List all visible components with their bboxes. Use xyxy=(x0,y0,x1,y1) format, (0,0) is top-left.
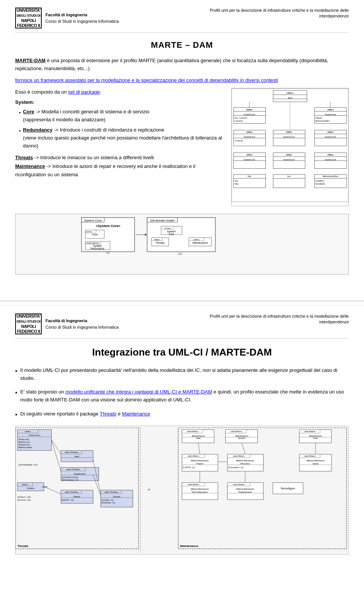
svg-text:value: value xyxy=(42,486,48,488)
svg-text:«dam»: «dam» xyxy=(246,131,253,133)
core-desc2: (rappresenta il modello da analizzare) xyxy=(23,117,106,122)
svg-text:«dam»: «dam» xyxy=(246,108,253,111)
page2-header-left: UNIVERSITA'DEGLI STUDI DINAPOLIFEDERICO … xyxy=(15,313,119,334)
svg-text:[1] Origin: <(1): [1] Origin: <(1) xyxy=(101,499,113,501)
core-text: Core -> Modella i concetti generali di s… xyxy=(23,108,149,124)
header-left: UNIVERSITA'DEGLI STUDI DINAPOLIFEDERICO … xyxy=(15,8,119,28)
header-right-text: Profili uml per la descrizione di infras… xyxy=(197,8,349,19)
svg-text:Doc: Comment: Doc: Comment xyxy=(235,118,248,119)
svg-text:Core: Core xyxy=(92,233,97,236)
maintenance-line: Maintenance -> Introduce le azioni di re… xyxy=(15,162,224,179)
svg-text:«dam:Maint»: «dam:Maint» xyxy=(230,430,242,433)
svg-text:Human error: Human error xyxy=(19,438,29,440)
svg-text:Maintenance: Maintenance xyxy=(193,241,208,244)
page1-header: UNIVERSITA'DEGLI STUDI DINAPOLIFEDERICO … xyxy=(15,8,349,33)
svg-text:Star: Star xyxy=(248,176,251,178)
bullet-core: • xyxy=(19,109,21,117)
svg-text:Converter: Converter xyxy=(235,121,243,122)
right-diagram-container: «dam» Item «dam» SystemCore Doc: Comment… xyxy=(231,88,349,206)
bottom-large-diagram: «dam» Cause error Human error Machine er… xyxy=(15,426,349,555)
marte-dam-label: MARTE-DAM xyxy=(15,58,46,63)
svg-text:dMarte:Maintenan: dMarte:Maintenan xyxy=(191,488,209,490)
page2-bullet3-pre: Di seguito viene riportato il package xyxy=(20,411,100,417)
svg-text:Reconfiguration: Reconfiguration xyxy=(192,491,208,493)
course-name: Corso di Studi in Ingegneria Informatica xyxy=(46,18,119,25)
svg-text:«core»: «core» xyxy=(164,227,171,229)
svg-text:«dam:Maint»: «dam:Maint» xyxy=(233,455,245,457)
svg-text:Item: Item xyxy=(288,97,292,99)
threats-maintenance-diagram: «dam» Cause error Human error Machine er… xyxy=(16,428,348,553)
svg-text:SystemCore: SystemCore xyxy=(283,136,295,138)
svg-text:Threats: Threats xyxy=(17,544,28,547)
svg-text:«dam»: «dam» xyxy=(22,483,28,486)
svg-text:L0: L0 xyxy=(179,252,182,255)
content-left: Esso è composto da un set di package: Sy… xyxy=(15,88,224,206)
intro-paragraph-2: fornisce un framework assestato per la m… xyxy=(15,77,349,85)
page2-university-logo: UNIVERSITA'DEGLI STUDI DINAPOLIFEDERICO … xyxy=(15,313,42,334)
svg-text:[1] MTTR: <(1): [1] MTTR: <(1) xyxy=(183,466,195,469)
svg-text:Inst: Inst xyxy=(287,176,291,178)
page-1: UNIVERSITA'DEGLI STUDI DINAPOLIFEDERICO … xyxy=(0,0,364,297)
svg-text:Task: Task xyxy=(313,437,318,439)
svg-line-201 xyxy=(242,443,245,454)
threats-maintenance-section: Threats -> Introduce le minacce su un si… xyxy=(15,154,224,179)
svg-text:Reconfigure: Reconfigure xyxy=(281,487,295,490)
svg-text:SystemCore: SystemCore xyxy=(325,113,336,116)
svg-text:Redundancy: Redundancy xyxy=(91,247,105,250)
set-text: Esso è composto da un xyxy=(15,89,68,95)
svg-text:«dam:Threats»: «dam:Threats» xyxy=(66,468,80,470)
page-container: UNIVERSITA'DEGLI STUDI DINAPOLIFEDERICO … xyxy=(0,0,364,570)
page2-logo-main: UNIVERSITA'DEGLI STUDI DINAPOLIFEDERICO … xyxy=(17,314,41,334)
maintenance-label: Maintenance xyxy=(15,163,45,169)
svg-line-200 xyxy=(198,443,200,454)
svg-text:Crossover: Crossover xyxy=(235,140,243,142)
core-label: Core xyxy=(23,109,35,114)
svg-text:[1] Probability: <(1): [1] Probability: <(1) xyxy=(19,464,38,466)
svg-text:dMarte:Maintenan: dMarte:Maintenan xyxy=(236,459,254,462)
svg-text:Recovery: Recovery xyxy=(240,462,250,465)
svg-text:«redundancy»: «redundancy» xyxy=(85,242,100,244)
svg-text:«dam:Maint»: «dam:Maint» xyxy=(187,455,199,457)
svg-text:«dam:Threats»: «dam:Threats» xyxy=(64,451,78,453)
page2-bullet2-text: E' stato proposto un modello unificante … xyxy=(20,388,349,404)
svg-text:[1] Duration: Dst [1]: [1] Duration: Dst [1] xyxy=(62,476,78,478)
svg-text:«dam:Threats»: «dam:Threats» xyxy=(64,491,78,493)
svg-text:Cause error: Cause error xyxy=(28,434,41,436)
svg-text:«dam»: «dam» xyxy=(246,154,253,156)
svg-text:Hazard: Hazard xyxy=(113,495,120,498)
page2-header-right-text: Profili uml per la descrizione di infras… xyxy=(197,313,349,325)
svg-text:SystemCore: SystemCore xyxy=(325,136,336,138)
set-package-link[interactable]: set di package xyxy=(68,89,100,95)
intro-text-1: è una proposta di estensione per il prof… xyxy=(15,58,328,71)
list-item-core: • Core -> Modella i concetti generali di… xyxy=(19,108,224,124)
svg-text:«core»: «core» xyxy=(85,230,93,233)
svg-text:Star: Star xyxy=(235,180,238,182)
maintenance-link[interactable]: Maintenance xyxy=(122,411,150,417)
svg-text:MalfunctionEffect: MalfunctionEffect xyxy=(322,176,338,178)
svg-text:Physical error: Physical error xyxy=(19,444,30,446)
page2-bullet3-mid: e xyxy=(116,411,122,417)
threats-link[interactable]: Threats xyxy=(100,411,116,417)
svg-text:Impairment: Impairment xyxy=(74,473,86,475)
redundancy-label: Redundancy xyxy=(23,127,53,133)
svg-text:StoreModel: StoreModel xyxy=(315,183,325,185)
svg-text:SystemCore: SystemCore xyxy=(244,113,255,116)
page2-header: UNIVERSITA'DEGLI STUDI DINAPOLIFEDERICO … xyxy=(15,313,349,339)
framework-link[interactable]: fornisce un framework assestato per la m… xyxy=(15,77,278,83)
svg-text:SystemCore: SystemCore xyxy=(283,158,295,161)
svg-text:dMarte:Maintenan: dMarte:Maintenan xyxy=(236,488,254,490)
svg-text:Replacement: Replacement xyxy=(238,491,252,493)
list-item-redundancy: • Redundancy -> Introduce i costrutti di… xyxy=(19,126,224,150)
marte-class-diagram: «dam» Item «dam» SystemCore Doc: Comment… xyxy=(232,88,348,206)
redundancy-desc2: (viene incluso questo package perchè non… xyxy=(23,135,222,149)
unifying-model-link[interactable]: modello unificante che integra i vantagg… xyxy=(65,389,212,395)
svg-text:«dam»: «dam» xyxy=(327,131,334,133)
core-desc1: Modella i concetti generali di sistema e… xyxy=(41,109,149,114)
page2-bullet-2: • E' stato proposto un modello unificant… xyxy=(15,388,349,404)
svg-text:[1] Downtime: <(1): [1] Downtime: <(1) xyxy=(228,466,244,469)
page2-bullet-1: • Il modello UML-CI pur presentando pecu… xyxy=(15,367,349,382)
svg-text:Task: Task xyxy=(196,437,201,439)
svg-text:«dam:Maint»: «dam:Maint» xyxy=(304,430,316,433)
institution-info: Facoltà di Ingegneria Corso di Studi in … xyxy=(46,12,119,24)
svg-text:«dam:Maint»: «dam:Maint» xyxy=(187,430,199,433)
